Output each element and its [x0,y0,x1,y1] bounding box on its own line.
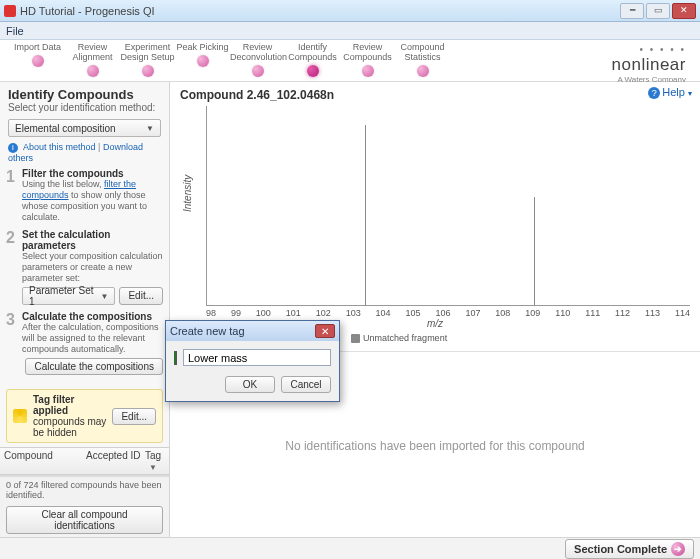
spectrum-peak [534,197,535,305]
workflow-step[interactable]: ReviewDeconvolution [230,42,285,77]
step2-title: Set the calculation parameters [22,229,163,251]
step3-desc: After the calculation, compositions will… [22,322,163,355]
col-accepted[interactable]: Accepted ID [86,450,141,472]
menu-file[interactable]: File [6,25,24,37]
workflow-step[interactable]: IdentifyCompounds [285,42,340,77]
spectrum-peak [365,125,366,305]
maximize-button[interactable]: ▭ [646,3,670,19]
help-link[interactable]: ?Help ▾ [648,86,692,99]
workflow-step[interactable]: ReviewAlignment [65,42,120,77]
compound-table-header: Compound Accepted ID Tag ▼ [0,447,169,475]
method-dropdown[interactable]: Elemental composition ▼ [8,119,161,137]
step-dot-icon [32,55,44,67]
step-dot-icon [142,65,154,77]
dialog-close-button[interactable]: ✕ [315,324,335,338]
help-icon: ? [648,87,660,99]
step1-num: 1 [6,168,16,223]
tag-filter-title: Tag filter applied [33,394,106,416]
clear-identifications-button[interactable]: Clear all compound identifications [6,506,163,534]
col-compound[interactable]: Compound [4,450,86,472]
col-tag[interactable]: Tag ▼ [141,450,165,472]
window-title: HD Tutorial - Progenesis QI [20,5,155,17]
spectrum-chart [206,106,690,306]
tag-name-input[interactable] [183,349,331,366]
create-tag-dialog: Create new tag ✕ OK Cancel [165,320,340,402]
step-dot-icon [252,65,264,77]
tag-filter-desc: compounds may be hidden [33,416,106,438]
step-dot-icon [197,55,209,67]
method-value: Elemental composition [15,123,116,134]
step-dot-icon [307,65,319,77]
step3-num: 3 [6,311,16,375]
step1-title: Filter the compounds [22,168,163,179]
info-icon: i [8,143,18,153]
logo-dots-icon: • • • • • [612,44,686,55]
workflow-step[interactable]: Import Data [10,42,65,77]
step-dot-icon [362,65,374,77]
chevron-down-icon: ▼ [101,292,109,301]
step1-desc: Using the list below, filter the compoun… [22,179,163,223]
chart-title: Compound 2.46_102.0468n [170,82,700,104]
step-dot-icon [417,65,429,77]
identified-count: 0 of 724 filtered compounds have been id… [0,476,169,503]
tag-filter-banner: Tag filter applied compounds may be hidd… [6,389,163,443]
tag-color-swatch[interactable] [174,351,177,365]
footer: Section Complete ➔ [0,537,700,559]
step2-desc: Select your composition calculation para… [22,251,163,284]
minimize-button[interactable]: ━ [620,3,644,19]
about-method-link[interactable]: About this method [23,142,96,152]
panel-subtitle: Select your identification method: [0,102,169,117]
workflow-step[interactable]: ReviewCompounds [340,42,395,77]
calculate-button[interactable]: Calculate the compositions [25,358,163,375]
step-dot-icon [87,65,99,77]
close-button[interactable]: ✕ [672,3,696,19]
workflow-step[interactable]: ExperimentDesign Setup [120,42,175,77]
right-panel: ?Help ▾ Compound 2.46_102.0468n Intensit… [170,82,700,537]
dialog-cancel-button[interactable]: Cancel [281,376,331,393]
unmatched-swatch-icon [351,334,360,343]
menubar: File [0,22,700,40]
step3-title: Calculate the compositions [22,311,163,322]
dialog-ok-button[interactable]: OK [225,376,275,393]
chevron-down-icon: ▼ [146,124,154,133]
arrow-right-icon: ➔ [671,542,685,556]
tag-icon [13,409,27,423]
titlebar: HD Tutorial - Progenesis QI ━ ▭ ✕ [0,0,700,22]
left-panel: Identify Compounds Select your identific… [0,82,170,537]
workflow-step[interactable]: Peak Picking [175,42,230,77]
panel-title: Identify Compounds [0,82,169,102]
edit-parameter-button[interactable]: Edit... [119,287,163,305]
brand-name: nonlinear [612,55,686,75]
app-icon [4,5,16,17]
workflow-step[interactable]: CompoundStatistics [395,42,450,77]
chart-ylabel: Intensity [182,175,193,212]
parameter-set-dropdown[interactable]: Parameter Set 1▼ [22,287,115,305]
chart-xticks: 9899100101102103104105106107108109110111… [206,308,690,318]
brand-logo: • • • • • nonlinear A Waters Company [612,44,686,84]
tag-filter-edit-button[interactable]: Edit... [112,408,156,425]
dialog-title: Create new tag [170,325,245,337]
workflow-stepbar: Import DataReviewAlignmentExperimentDesi… [0,40,700,82]
step2-num: 2 [6,229,16,305]
section-complete-button[interactable]: Section Complete ➔ [565,539,694,559]
